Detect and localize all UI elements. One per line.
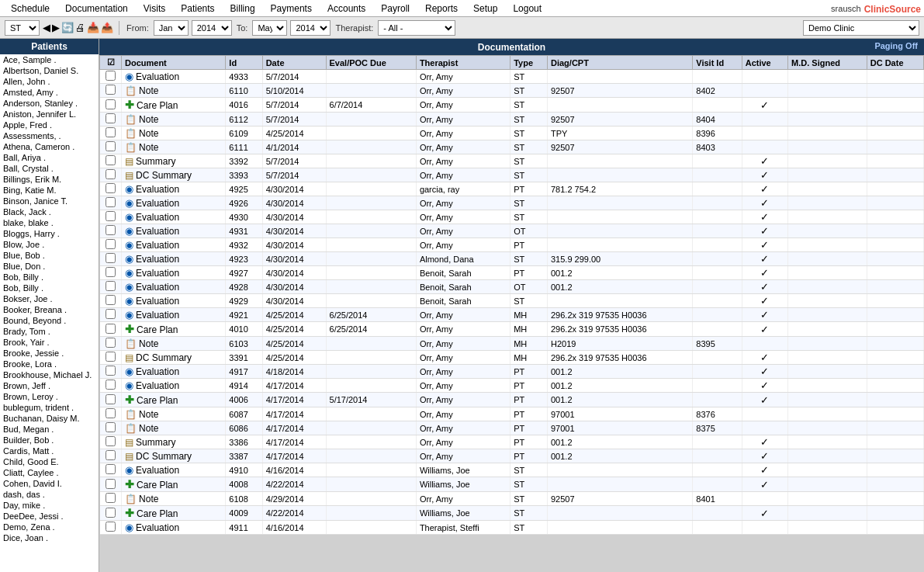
nav-payments[interactable]: Payments [263,2,320,16]
patient-list-item[interactable]: dash, das . [0,489,99,500]
patient-list-item[interactable]: Apple, Fred . [0,120,99,130]
patient-list-item[interactable]: Allen, John . [0,76,99,87]
from-year-select[interactable]: 2014 [192,20,232,36]
patient-list-item[interactable]: Bound, Beyond . [0,315,99,326]
table-row[interactable]: 📋 Note61094/25/2014Orr, AmySTTPY8396 [100,127,924,140]
patient-list-item[interactable]: Demo, Zena . [0,522,99,532]
from-month-select[interactable]: Jan [154,20,189,36]
patient-list-item[interactable]: Binson, Janice T. [0,196,99,206]
row-checkbox[interactable] [100,168,122,182]
row-checkbox[interactable] [100,393,122,407]
table-row[interactable]: ◉ Evaluation49284/30/2014Benoit, SarahOT… [100,280,924,294]
nav-logout[interactable]: Logout [505,2,549,16]
row-checkbox[interactable] [100,351,122,365]
table-row[interactable]: ◉ Evaluation49264/30/2014Orr, AmyST✓ [100,196,924,210]
table-row[interactable]: ◉ Evaluation49254/30/2014garcia, rayPT78… [100,182,924,196]
table-row[interactable]: ✚ Care Plan40094/22/2014Williams, JoeST✓ [100,506,924,521]
row-checkbox[interactable] [100,492,122,506]
row-checkbox[interactable] [100,322,122,337]
row-checkbox[interactable] [100,98,122,113]
row-checkbox[interactable] [100,506,122,521]
clinic-name-select[interactable]: Demo Clinic [803,20,919,36]
nav-setup[interactable]: Setup [465,2,505,16]
documentation-table-wrapper[interactable]: ☑DocumentIdDateEval/POC DueTherapistType… [99,55,924,572]
patient-list-item[interactable]: Bud, Megan . [0,424,99,435]
patient-list-item[interactable]: DeeDee, Jessi . [0,511,99,522]
patient-list-item[interactable]: Brooke, Lora . [0,359,99,369]
patient-list-item[interactable]: Cliatt, Caylee . [0,467,99,478]
nav-payroll[interactable]: Payroll [373,2,417,16]
table-row[interactable]: ✚ Care Plan40165/7/20146/7/2014Orr, AmyS… [100,98,924,113]
patient-list-item[interactable]: Albertson, Daniel S. [0,65,99,76]
table-row[interactable]: 📋 Note61034/25/2014Orr, AmyMHH20198395 [100,337,924,351]
row-checkbox[interactable] [100,294,122,308]
toolbar-icon-download[interactable]: 📥 [87,22,99,33]
patient-list-item[interactable]: Bokser, Joe . [0,293,99,304]
row-checkbox[interactable] [100,463,122,477]
table-row[interactable]: ◉ Evaluation49314/30/2014Orr, AmyOT✓ [100,224,924,238]
row-checkbox[interactable] [100,477,122,492]
patient-list-item[interactable]: bublegum, trident . [0,402,99,413]
row-checkbox[interactable] [100,280,122,294]
row-checkbox[interactable] [100,449,122,463]
table-row[interactable]: 📋 Note61125/7/2014Orr, AmyST925078404 [100,113,924,127]
table-row[interactable]: ◉ Evaluation49324/30/2014Orr, AmyPT✓ [100,238,924,252]
row-checkbox[interactable] [100,127,122,140]
nav-billing[interactable]: Billing [223,2,263,16]
table-row[interactable]: 📋 Note61114/1/2014Orr, AmyST925078403 [100,140,924,154]
therapist-select[interactable]: - All - [378,20,455,36]
patient-list-item[interactable]: Bob, Billy . [0,272,99,283]
row-checkbox[interactable] [100,365,122,379]
table-row[interactable]: ✚ Care Plan40104/25/20146/25/2014Orr, Am… [100,322,924,337]
patient-list-item[interactable]: Cardis, Matt . [0,445,99,456]
patient-list-item[interactable]: Ball, Crystal . [0,163,99,174]
patient-list-item[interactable]: Blow, Joe . [0,239,99,250]
table-row[interactable]: ✚ Care Plan40084/22/2014Williams, JoeST✓ [100,477,924,492]
table-row[interactable]: ▤ DC Summary33935/7/2014Orr, AmyST✓ [100,168,924,182]
row-checkbox[interactable] [100,308,122,322]
patient-list-item[interactable]: Booker, Breana . [0,304,99,315]
row-checkbox[interactable] [100,196,122,210]
table-row[interactable]: ▤ Summary33864/17/2014Orr, AmyPT001.2✓ [100,435,924,449]
row-checkbox[interactable] [100,154,122,168]
toolbar-icon-forward[interactable]: ▶ [52,22,60,33]
row-checkbox[interactable] [100,521,122,535]
patient-list-item[interactable]: Builder, Bob . [0,435,99,445]
row-checkbox[interactable] [100,70,122,84]
patient-list-item[interactable]: Brooke, Jessie . [0,348,99,359]
patient-list-item[interactable]: Amsted, Amy . [0,87,99,98]
paging-off-link[interactable]: Paging Off [874,41,918,50]
patient-list-item[interactable]: Bloggs, Harry . [0,228,99,239]
nav-reports[interactable]: Reports [417,2,465,16]
table-row[interactable]: ◉ Evaluation49274/30/2014Benoit, SarahPT… [100,266,924,280]
nav-accounts[interactable]: Accounts [320,2,373,16]
patient-list-item[interactable]: Bob, Billy . [0,283,99,293]
row-checkbox[interactable] [100,140,122,154]
patient-list-item[interactable]: Billings, Erik M. [0,174,99,185]
toolbar-icon-upload[interactable]: 📤 [101,22,113,33]
patient-list-item[interactable]: Brady, Tom . [0,326,99,337]
toolbar-icon-refresh[interactable]: 🔄 [61,22,74,33]
table-row[interactable]: 📋 Note60864/17/2014Orr, AmyPT970018375 [100,421,924,435]
patient-list-item[interactable]: Dice, Joan . [0,532,99,543]
row-checkbox[interactable] [100,407,122,421]
nav-schedule[interactable]: Schedule [3,2,57,16]
patient-list-item[interactable]: Brook, Yair . [0,337,99,348]
row-checkbox[interactable] [100,266,122,280]
table-row[interactable]: ◉ Evaluation49174/18/2014Orr, AmyPT001.2… [100,365,924,379]
patient-list-item[interactable]: Blue, Bob . [0,250,99,261]
nav-documentation[interactable]: Documentation [57,2,136,16]
patient-list-item[interactable]: blake, blake . [0,217,99,228]
type-select[interactable]: ST [5,20,40,36]
table-row[interactable]: 📋 Note61084/29/2014Orr, AmyST925078401 [100,492,924,506]
table-row[interactable]: 📋 Note61105/10/2014Orr, AmyST925078402 [100,84,924,98]
row-checkbox[interactable] [100,84,122,98]
toolbar-icon-print[interactable]: 🖨 [75,22,85,33]
patient-list-item[interactable]: Black, Jack . [0,206,99,217]
patient-list-item[interactable]: Ace, Sample . [0,54,99,65]
row-checkbox[interactable] [100,435,122,449]
nav-visits[interactable]: Visits [136,2,173,16]
table-row[interactable]: ◉ Evaluation49294/30/2014Benoit, SarahST… [100,294,924,308]
row-checkbox[interactable] [100,182,122,196]
table-row[interactable]: ◉ Evaluation49214/25/20146/25/2014Orr, A… [100,308,924,322]
